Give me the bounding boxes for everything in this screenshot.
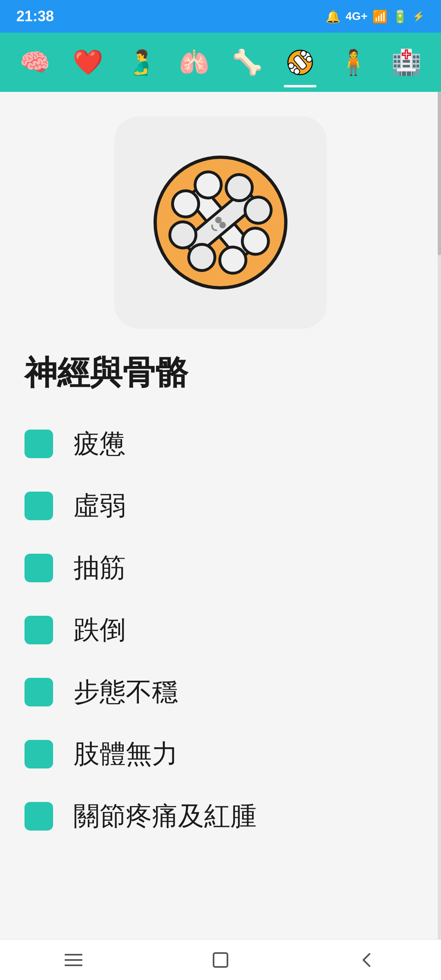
back-icon [357,950,378,970]
checkbox-fatigue[interactable] [24,430,53,458]
body-icon: 🧍 [338,50,369,75]
checkbox-joint-pain[interactable] [24,802,53,831]
bottom-nav [0,939,441,980]
section-title: 神經與骨骼 [24,353,416,392]
symptom-item-limb-weakness[interactable]: 肢體無力 [24,723,416,785]
symptom-label-gait: 步態不穩 [74,674,178,710]
heart-icon: ❤️ [73,50,103,75]
symptom-item-fatigue[interactable]: 疲憊 [24,413,416,475]
svg-point-6 [288,63,294,69]
home-icon [210,950,231,970]
menu-icon [63,950,84,970]
svg-rect-26 [214,953,227,967]
symptom-label-joint-pain: 關節疼痛及紅腫 [74,798,256,834]
main-content: 神經與骨骼 疲憊 虛弱 抽筋 跌倒 步態不穩 肢體無力 關節 [0,92,441,939]
symptom-list: 疲憊 虛弱 抽筋 跌倒 步態不穩 肢體無力 關節疼痛及紅腫 [24,413,416,847]
battery-icon: 🔋 [392,9,408,24]
bell-icon: 🔔 [325,9,341,24]
status-time: 21:38 [16,8,54,25]
spine-icon: 🦴 [232,50,263,75]
brain-icon: 🧠 [20,50,50,75]
medical-icon: 🏥 [391,50,422,75]
nav-spine[interactable]: 🦴 [225,40,270,85]
symptom-item-joint-pain[interactable]: 關節疼痛及紅腫 [24,785,416,847]
symptom-item-weakness[interactable]: 虛弱 [24,475,416,537]
svg-point-5 [306,56,312,62]
svg-point-7 [294,69,300,74]
symptom-label-fall: 跌倒 [74,612,126,648]
symptom-item-fall[interactable]: 跌倒 [24,599,416,661]
nav-bar: 🧠 ❤️ 🫃 🫁 🦴 [0,33,441,92]
nav-heart[interactable]: ❤️ [65,40,110,85]
checkbox-cramps[interactable] [24,554,53,582]
checkbox-gait[interactable] [24,678,53,706]
status-icons: 🔔 4G+ 📶 🔋 ⚡ [325,9,425,24]
nav-joints[interactable] [278,40,323,85]
home-button[interactable] [204,944,237,976]
nav-body[interactable]: 🧍 [331,40,376,85]
checkbox-weakness[interactable] [24,492,53,520]
checkbox-limb-weakness[interactable] [24,740,53,768]
signal-icon: 4G+ [345,10,368,23]
hero-image [139,141,302,304]
hero-card [114,116,327,329]
stomach-icon: 🫃 [126,50,156,75]
svg-point-4 [301,51,306,56]
symptom-label-fatigue: 疲憊 [74,426,126,461]
symptom-label-weakness: 虛弱 [74,488,126,523]
symptom-label-cramps: 抽筋 [74,550,126,586]
symptom-item-cramps[interactable]: 抽筋 [24,537,416,599]
nav-medical[interactable]: 🏥 [384,40,429,85]
nav-brain[interactable]: 🧠 [12,40,57,85]
lungs-icon: 🫁 [179,50,209,75]
network-icon: 📶 [372,9,388,24]
nav-lungs[interactable]: 🫁 [172,40,216,85]
symptom-label-limb-weakness: 肢體無力 [74,736,178,772]
scrollbar-thumb[interactable] [438,92,441,255]
joints-icon [285,48,315,77]
nav-stomach[interactable]: 🫃 [118,40,163,85]
menu-button[interactable] [57,944,90,976]
symptom-item-gait[interactable]: 步態不穩 [24,661,416,723]
charge-icon: ⚡ [412,11,425,22]
back-button[interactable] [351,944,384,976]
checkbox-fall[interactable] [24,616,53,644]
status-bar: 21:38 🔔 4G+ 📶 🔋 ⚡ [0,0,441,33]
